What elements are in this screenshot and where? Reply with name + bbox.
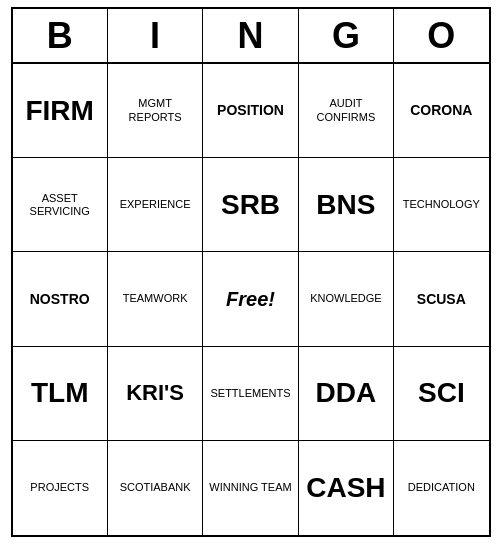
cell-text-1-1: EXPERIENCE bbox=[120, 198, 191, 211]
cell-text-2-0: NOSTRO bbox=[30, 291, 90, 308]
cell-text-3-0: TLM bbox=[31, 376, 89, 410]
bingo-cell-4-1: SCOTIABANK bbox=[108, 441, 203, 535]
bingo-row-3: TLMKRI'SSETTLEMENTSDDASCI bbox=[13, 347, 489, 441]
cell-text-2-3: KNOWLEDGE bbox=[310, 292, 382, 305]
cell-text-1-3: BNS bbox=[316, 188, 375, 222]
bingo-cell-2-4: SCUSA bbox=[394, 252, 488, 346]
cell-text-2-1: TEAMWORK bbox=[123, 292, 188, 305]
bingo-cell-4-4: DEDICATION bbox=[394, 441, 488, 535]
bingo-cell-2-3: KNOWLEDGE bbox=[299, 252, 394, 346]
cell-text-2-4: SCUSA bbox=[417, 291, 466, 308]
bingo-cell-3-2: SETTLEMENTS bbox=[203, 347, 298, 441]
bingo-cell-2-2: Free! bbox=[203, 252, 298, 346]
cell-text-0-1: MGMT REPORTS bbox=[112, 97, 198, 123]
bingo-cell-3-3: DDA bbox=[299, 347, 394, 441]
bingo-cell-0-0: FIRM bbox=[13, 64, 108, 158]
bingo-cell-1-1: EXPERIENCE bbox=[108, 158, 203, 252]
cell-text-1-0: ASSET SERVICING bbox=[17, 192, 103, 218]
bingo-cell-1-4: TECHNOLOGY bbox=[394, 158, 488, 252]
bingo-cell-1-3: BNS bbox=[299, 158, 394, 252]
header-letter-I: I bbox=[108, 9, 203, 64]
cell-text-3-2: SETTLEMENTS bbox=[210, 387, 290, 400]
cell-text-4-2: WINNING TEAM bbox=[209, 481, 291, 494]
bingo-grid: FIRMMGMT REPORTSPOSITIONAUDIT CONFIRMSCO… bbox=[13, 64, 489, 535]
cell-text-4-0: PROJECTS bbox=[30, 481, 89, 494]
cell-text-3-3: DDA bbox=[316, 376, 377, 410]
cell-text-0-3: AUDIT CONFIRMS bbox=[303, 97, 389, 123]
bingo-cell-0-3: AUDIT CONFIRMS bbox=[299, 64, 394, 158]
header-letter-N: N bbox=[203, 9, 298, 64]
bingo-row-1: ASSET SERVICINGEXPERIENCESRBBNSTECHNOLOG… bbox=[13, 158, 489, 252]
cell-text-2-2: Free! bbox=[226, 287, 275, 311]
bingo-row-0: FIRMMGMT REPORTSPOSITIONAUDIT CONFIRMSCO… bbox=[13, 64, 489, 158]
bingo-cell-2-1: TEAMWORK bbox=[108, 252, 203, 346]
bingo-cell-4-2: WINNING TEAM bbox=[203, 441, 298, 535]
cell-text-1-4: TECHNOLOGY bbox=[403, 198, 480, 211]
header-letter-O: O bbox=[394, 9, 488, 64]
cell-text-4-1: SCOTIABANK bbox=[120, 481, 191, 494]
bingo-cell-4-0: PROJECTS bbox=[13, 441, 108, 535]
bingo-cell-2-0: NOSTRO bbox=[13, 252, 108, 346]
bingo-cell-4-3: CASH bbox=[299, 441, 394, 535]
bingo-card: BINGO FIRMMGMT REPORTSPOSITIONAUDIT CONF… bbox=[11, 7, 491, 537]
bingo-cell-0-2: POSITION bbox=[203, 64, 298, 158]
bingo-header: BINGO bbox=[13, 9, 489, 64]
bingo-row-4: PROJECTSSCOTIABANKWINNING TEAMCASHDEDICA… bbox=[13, 441, 489, 535]
bingo-cell-3-1: KRI'S bbox=[108, 347, 203, 441]
cell-text-0-0: FIRM bbox=[25, 94, 93, 128]
bingo-row-2: NOSTROTEAMWORKFree!KNOWLEDGESCUSA bbox=[13, 252, 489, 346]
bingo-cell-3-0: TLM bbox=[13, 347, 108, 441]
header-letter-G: G bbox=[299, 9, 394, 64]
bingo-cell-1-2: SRB bbox=[203, 158, 298, 252]
cell-text-4-4: DEDICATION bbox=[408, 481, 475, 494]
cell-text-3-4: SCI bbox=[418, 376, 465, 410]
cell-text-4-3: CASH bbox=[306, 471, 385, 505]
cell-text-1-2: SRB bbox=[221, 188, 280, 222]
bingo-cell-1-0: ASSET SERVICING bbox=[13, 158, 108, 252]
cell-text-3-1: KRI'S bbox=[126, 380, 184, 406]
cell-text-0-4: CORONA bbox=[410, 102, 472, 119]
bingo-cell-3-4: SCI bbox=[394, 347, 488, 441]
header-letter-B: B bbox=[13, 9, 108, 64]
cell-text-0-2: POSITION bbox=[217, 102, 284, 119]
bingo-cell-0-1: MGMT REPORTS bbox=[108, 64, 203, 158]
bingo-cell-0-4: CORONA bbox=[394, 64, 488, 158]
